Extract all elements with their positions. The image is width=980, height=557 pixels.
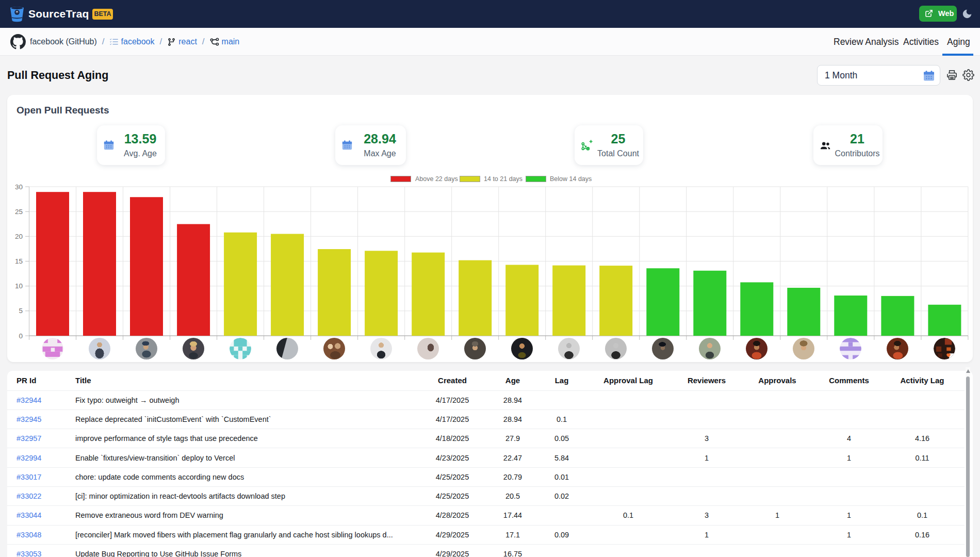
svg-text:0: 0 [19,332,23,340]
svg-text:5: 5 [19,307,23,315]
svg-text:10: 10 [15,282,23,290]
svg-text:25: 25 [15,208,23,216]
svg-text:20: 20 [15,233,23,240]
svg-text:30: 30 [15,183,23,191]
svg-text:15: 15 [15,257,23,265]
